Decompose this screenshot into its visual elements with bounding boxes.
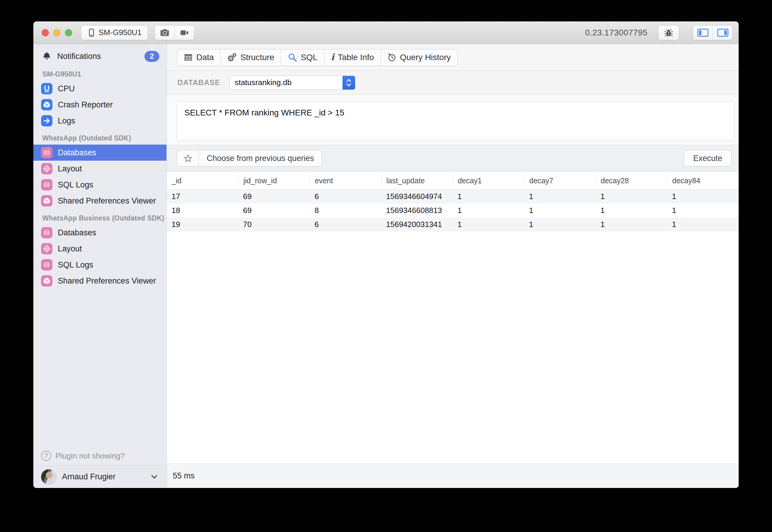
tab-data[interactable]: Data: [177, 49, 221, 65]
sidebar-item-shared-preferences-viewer[interactable]: Shared Preferences Viewer: [33, 193, 166, 209]
cpu-plugin-icon: U: [41, 83, 52, 94]
sidebar-section-label: WhatsApp Business (Outdated SDK): [33, 209, 166, 225]
results-table: _idjid_row_ideventlast_updatedecay1decay…: [167, 172, 739, 464]
tab-label: Query History: [400, 53, 451, 62]
close-window-button[interactable]: [42, 29, 49, 36]
sidebar-item-label: Layout: [58, 244, 82, 254]
column-header-_id[interactable]: _id: [167, 175, 238, 186]
column-header-decay7[interactable]: decay7: [524, 175, 596, 186]
sidebar-item-label: Databases: [58, 228, 96, 237]
globe-plugin-icon: [41, 259, 52, 270]
screenshot-stage: SM-G950U1 0.23.173007795: [0, 0, 772, 532]
sidebar: Notifications 2 SM-G950U1UCPUCrash Repor…: [33, 44, 167, 488]
table-cell: 1: [596, 206, 667, 215]
notifications-item[interactable]: Notifications 2: [33, 48, 166, 65]
column-header-jid_row_id[interactable]: jid_row_id: [238, 175, 310, 186]
sidebar-item-layout[interactable]: Layout: [33, 161, 166, 177]
device-name: SM-G950U1: [98, 28, 142, 37]
tab-sql[interactable]: SQL: [281, 49, 324, 65]
search-icon: [288, 53, 297, 62]
table-cell: 1569346608813: [381, 206, 453, 215]
table-cell: 70: [238, 220, 310, 229]
globe-plugin-icon: [41, 227, 52, 238]
tab-label: SQL: [301, 53, 318, 62]
zoom-window-button[interactable]: [65, 29, 72, 36]
device-selector-button[interactable]: SM-G950U1: [81, 25, 148, 40]
globe-plugin-icon: [41, 147, 52, 158]
plugin-tabbar: DataStructureSQLiTable InfoQuery History: [167, 44, 739, 71]
sidebar-item-sql-logs[interactable]: SQL Logs: [33, 177, 166, 193]
tab-label: Structure: [240, 53, 274, 62]
target-plugin-icon: [41, 243, 52, 254]
minimize-window-button[interactable]: [53, 29, 60, 36]
panel-left-icon: [697, 28, 709, 37]
notifications-label: Notifications: [57, 52, 101, 61]
sidebar-item-label: Databases: [58, 148, 96, 157]
choose-previous-queries-button[interactable]: Choose from previous queries: [199, 150, 322, 166]
sidebar-item-label: CPU: [58, 84, 75, 93]
sidebar-item-label: SQL Logs: [58, 180, 93, 190]
toggle-right-panel-button[interactable]: [713, 26, 732, 40]
table-cell: 1569420031341: [381, 220, 453, 229]
table-cell: 18: [167, 206, 238, 215]
select-arrows-icon: [343, 76, 355, 90]
table-cell: 69: [238, 192, 310, 201]
video-icon: [179, 29, 189, 37]
database-select[interactable]: statusranking.db: [230, 76, 355, 90]
sidebar-item-crash-reporter[interactable]: Crash Reporter: [33, 97, 166, 113]
previous-queries-group: Choose from previous queries: [177, 150, 322, 167]
tab-query-history[interactable]: Query History: [381, 49, 457, 65]
user-menu[interactable]: Arnaud Frugier: [33, 465, 166, 488]
column-header-decay84[interactable]: decay84: [667, 175, 739, 186]
sidebar-item-sql-logs[interactable]: SQL Logs: [33, 257, 166, 273]
table-cell: 1: [667, 192, 739, 201]
tab-label: Table Info: [338, 53, 374, 62]
sidebar-section-label: WhatsApp (Outdated SDK): [33, 129, 166, 145]
tab-table-info[interactable]: iTable Info: [324, 49, 381, 65]
table-cell: 1569346604974: [381, 192, 453, 201]
notifications-badge: 2: [144, 51, 159, 62]
query-section: SELECT * FROM ranking WHERE _id > 15: [167, 95, 739, 145]
app-version: 0.23.173007795: [585, 28, 648, 37]
sidebar-item-label: SQL Logs: [58, 260, 93, 270]
screen-record-button[interactable]: [174, 26, 194, 40]
table-cell: 1: [667, 206, 739, 215]
sidebar-section-label: SM-G950U1: [33, 65, 166, 81]
table-row[interactable]: 1869815693466088131111: [167, 204, 739, 218]
report-bug-button[interactable]: [658, 25, 679, 40]
column-header-decay1[interactable]: decay1: [453, 175, 524, 186]
table-row[interactable]: 1970615694200313411111: [167, 218, 739, 231]
sidebar-item-label: Shared Preferences Viewer: [58, 196, 156, 206]
table-cell: 1: [667, 220, 739, 229]
sidebar-item-layout[interactable]: Layout: [33, 241, 166, 257]
panel-toggle-group: [693, 25, 733, 40]
plugin-not-showing-link[interactable]: ? Plugin not showing?: [33, 446, 166, 465]
sidebar-item-databases[interactable]: Databases: [33, 145, 166, 161]
history-icon: [387, 53, 396, 62]
camera-icon: [160, 28, 170, 37]
sidebar-item-logs[interactable]: Logs: [33, 113, 166, 129]
table-cell: 17: [167, 192, 238, 201]
table-cell: 1: [453, 206, 524, 215]
sidebar-item-cpu[interactable]: UCPU: [33, 81, 166, 97]
execute-button[interactable]: Execute: [684, 150, 732, 167]
column-header-last_update[interactable]: last_update: [381, 175, 453, 186]
toggle-left-panel-button[interactable]: [693, 26, 713, 40]
sql-query-input[interactable]: SELECT * FROM ranking WHERE _id > 15: [177, 101, 735, 141]
table-cell: 1: [524, 206, 596, 215]
bell-icon: [42, 51, 51, 61]
favorite-query-button[interactable]: [177, 150, 199, 166]
column-header-decay28[interactable]: decay28: [596, 175, 667, 186]
screenshot-button[interactable]: [155, 26, 174, 40]
tab-structure[interactable]: Structure: [221, 49, 281, 65]
sidebar-item-shared-preferences-viewer[interactable]: Shared Preferences Viewer: [33, 273, 166, 289]
target-plugin-icon: [41, 163, 52, 174]
table-row[interactable]: 1769615693466049741111: [167, 190, 739, 204]
capture-button-group: [154, 25, 195, 40]
query-actions-row: Choose from previous queries Execute: [167, 145, 739, 172]
column-header-event[interactable]: event: [310, 175, 381, 186]
question-icon: ?: [41, 451, 51, 461]
table-cell: 1: [524, 192, 596, 201]
table-cell: 69: [238, 206, 310, 215]
sidebar-item-databases[interactable]: Databases: [33, 225, 166, 241]
